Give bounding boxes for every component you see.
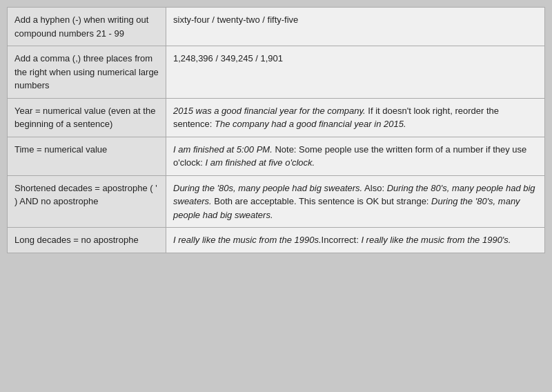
example-italic-text: During the '80s, many people had big swe… [173, 183, 362, 193]
example-italic-text: I am finished at five o'clock. [206, 157, 315, 168]
example-italic-text: I really like the music from the 1990s. [173, 235, 322, 245]
example-normal-text: Incorrect: [322, 235, 362, 245]
rule-cell: Shortened decades = apostrophe ( ' ) AND… [8, 175, 166, 228]
example-cell: I really like the music from the 1990s.I… [166, 228, 545, 253]
table-row: Shortened decades = apostrophe ( ' ) AND… [8, 175, 545, 228]
example-normal-text: Also: [362, 183, 386, 193]
rule-cell: Long decades = no apostrophe [8, 228, 166, 253]
main-table-container: Add a hyphen (-) when writing out compou… [7, 7, 545, 253]
table-row: Add a comma (,) three places from the ri… [8, 46, 545, 99]
table-row: Add a hyphen (-) when writing out compou… [8, 8, 545, 46]
table-row: Year = numerical value (even at the begi… [8, 98, 545, 137]
rule-cell: Time = numerical value [8, 137, 166, 175]
table-row: Long decades = no apostropheI really lik… [8, 228, 545, 253]
rule-cell: Add a comma (,) three places from the ri… [8, 46, 166, 99]
example-italic-text: 2015 was a good financial year for the c… [173, 106, 366, 116]
rule-cell: Year = numerical value (even at the begi… [8, 98, 166, 137]
example-normal-text: Both are acceptable. This sentence is OK… [212, 196, 431, 206]
table-row: Time = numerical valueI am finished at 5… [8, 137, 545, 175]
example-italic-text: The company had a good financial year in… [215, 119, 406, 129]
example-cell: sixty-four / twenty-two / fifty-five [166, 8, 545, 46]
example-cell: During the '80s, many people had big swe… [166, 175, 545, 228]
rule-cell: Add a hyphen (-) when writing out compou… [8, 8, 166, 46]
example-cell: 1,248,396 / 349,245 / 1,901 [166, 46, 545, 99]
example-cell: I am finished at 5:00 PM. Note: Some peo… [166, 137, 545, 175]
example-normal-text: sixty-four / twenty-two / fifty-five [173, 14, 298, 25]
example-italic-text: I am finished at 5:00 PM. [173, 144, 273, 155]
example-italic-text: I really like the music from the 1990's. [361, 235, 511, 245]
example-normal-text: 1,248,396 / 349,245 / 1,901 [173, 53, 283, 63]
rules-table: Add a hyphen (-) when writing out compou… [7, 7, 545, 253]
example-cell: 2015 was a good financial year for the c… [166, 98, 545, 137]
